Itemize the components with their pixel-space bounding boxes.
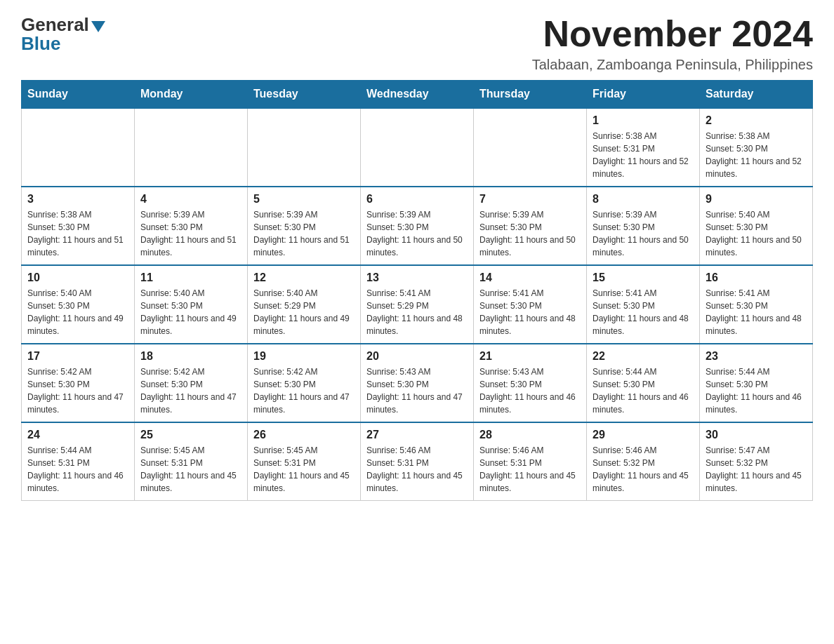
day-number: 14 bbox=[479, 271, 581, 284]
month-year-title: November 2024 bbox=[532, 14, 813, 54]
day-sun-info: Sunrise: 5:39 AM Sunset: 5:30 PM Dayligh… bbox=[140, 208, 241, 259]
calendar-table: SundayMondayTuesdayWednesdayThursdayFrid… bbox=[21, 80, 813, 501]
calendar-cell: 20Sunrise: 5:43 AM Sunset: 5:30 PM Dayli… bbox=[361, 344, 474, 422]
day-number: 20 bbox=[366, 350, 468, 363]
day-number: 13 bbox=[366, 271, 468, 284]
calendar-cell: 5Sunrise: 5:39 AM Sunset: 5:30 PM Daylig… bbox=[248, 187, 361, 265]
day-sun-info: Sunrise: 5:42 AM Sunset: 5:30 PM Dayligh… bbox=[140, 365, 241, 416]
calendar-cell: 16Sunrise: 5:41 AM Sunset: 5:30 PM Dayli… bbox=[700, 265, 813, 344]
calendar-cell: 6Sunrise: 5:39 AM Sunset: 5:30 PM Daylig… bbox=[361, 187, 474, 265]
day-sun-info: Sunrise: 5:42 AM Sunset: 5:30 PM Dayligh… bbox=[253, 365, 355, 416]
calendar-cell: 21Sunrise: 5:43 AM Sunset: 5:30 PM Dayli… bbox=[474, 344, 587, 422]
calendar-cell: 11Sunrise: 5:40 AM Sunset: 5:30 PM Dayli… bbox=[135, 265, 248, 344]
day-number: 29 bbox=[593, 429, 694, 441]
day-number: 19 bbox=[253, 350, 355, 363]
day-sun-info: Sunrise: 5:44 AM Sunset: 5:30 PM Dayligh… bbox=[593, 365, 694, 416]
logo-blue-text: Blue bbox=[21, 33, 60, 55]
calendar-cell: 26Sunrise: 5:45 AM Sunset: 5:31 PM Dayli… bbox=[248, 422, 361, 501]
day-of-week-header-monday: Monday bbox=[135, 81, 248, 109]
calendar-cell: 19Sunrise: 5:42 AM Sunset: 5:30 PM Dayli… bbox=[248, 344, 361, 422]
day-sun-info: Sunrise: 5:41 AM Sunset: 5:30 PM Dayligh… bbox=[593, 287, 694, 337]
calendar-cell: 24Sunrise: 5:44 AM Sunset: 5:31 PM Dayli… bbox=[22, 422, 135, 501]
day-sun-info: Sunrise: 5:40 AM Sunset: 5:30 PM Dayligh… bbox=[140, 287, 241, 337]
day-sun-info: Sunrise: 5:47 AM Sunset: 5:32 PM Dayligh… bbox=[706, 444, 807, 495]
day-number: 9 bbox=[706, 193, 807, 206]
day-number: 2 bbox=[706, 114, 807, 127]
day-sun-info: Sunrise: 5:44 AM Sunset: 5:30 PM Dayligh… bbox=[706, 365, 807, 416]
day-sun-info: Sunrise: 5:40 AM Sunset: 5:29 PM Dayligh… bbox=[253, 287, 355, 337]
day-number: 27 bbox=[366, 429, 468, 441]
day-number: 17 bbox=[27, 350, 128, 363]
calendar-cell: 9Sunrise: 5:40 AM Sunset: 5:30 PM Daylig… bbox=[700, 187, 813, 265]
calendar-cell bbox=[361, 108, 474, 187]
day-sun-info: Sunrise: 5:46 AM Sunset: 5:31 PM Dayligh… bbox=[479, 444, 581, 495]
day-sun-info: Sunrise: 5:45 AM Sunset: 5:31 PM Dayligh… bbox=[140, 444, 241, 495]
calendar-week-row: 1Sunrise: 5:38 AM Sunset: 5:31 PM Daylig… bbox=[22, 108, 813, 187]
day-number: 8 bbox=[593, 193, 694, 206]
day-of-week-header-sunday: Sunday bbox=[22, 81, 135, 109]
day-sun-info: Sunrise: 5:44 AM Sunset: 5:31 PM Dayligh… bbox=[27, 444, 128, 495]
logo: General Blue bbox=[21, 14, 105, 55]
calendar-cell: 29Sunrise: 5:46 AM Sunset: 5:32 PM Dayli… bbox=[587, 422, 700, 501]
day-number: 6 bbox=[366, 193, 468, 206]
calendar-cell: 3Sunrise: 5:38 AM Sunset: 5:30 PM Daylig… bbox=[22, 187, 135, 265]
day-sun-info: Sunrise: 5:38 AM Sunset: 5:31 PM Dayligh… bbox=[593, 130, 694, 180]
day-sun-info: Sunrise: 5:46 AM Sunset: 5:32 PM Dayligh… bbox=[593, 444, 694, 495]
day-sun-info: Sunrise: 5:39 AM Sunset: 5:30 PM Dayligh… bbox=[593, 208, 694, 259]
day-number: 26 bbox=[253, 429, 355, 441]
calendar-header-row: SundayMondayTuesdayWednesdayThursdayFrid… bbox=[22, 81, 813, 109]
calendar-cell: 14Sunrise: 5:41 AM Sunset: 5:30 PM Dayli… bbox=[474, 265, 587, 344]
calendar-cell: 25Sunrise: 5:45 AM Sunset: 5:31 PM Dayli… bbox=[135, 422, 248, 501]
day-number: 16 bbox=[706, 271, 807, 284]
day-of-week-header-friday: Friday bbox=[587, 81, 700, 109]
calendar-cell bbox=[474, 108, 587, 187]
calendar-cell: 30Sunrise: 5:47 AM Sunset: 5:32 PM Dayli… bbox=[700, 422, 813, 501]
logo-arrow-icon bbox=[91, 21, 105, 32]
calendar-week-row: 10Sunrise: 5:40 AM Sunset: 5:30 PM Dayli… bbox=[22, 265, 813, 344]
day-number: 15 bbox=[593, 271, 694, 284]
page-header: General Blue November 2024 Talabaan, Zam… bbox=[21, 14, 813, 73]
day-sun-info: Sunrise: 5:46 AM Sunset: 5:31 PM Dayligh… bbox=[366, 444, 468, 495]
day-number: 25 bbox=[140, 429, 241, 441]
day-number: 1 bbox=[593, 114, 694, 127]
calendar-cell: 12Sunrise: 5:40 AM Sunset: 5:29 PM Dayli… bbox=[248, 265, 361, 344]
day-number: 28 bbox=[479, 429, 581, 441]
calendar-cell: 15Sunrise: 5:41 AM Sunset: 5:30 PM Dayli… bbox=[587, 265, 700, 344]
title-block: November 2024 Talabaan, Zamboanga Penins… bbox=[532, 14, 813, 73]
day-number: 30 bbox=[706, 429, 807, 441]
calendar-cell: 4Sunrise: 5:39 AM Sunset: 5:30 PM Daylig… bbox=[135, 187, 248, 265]
day-sun-info: Sunrise: 5:43 AM Sunset: 5:30 PM Dayligh… bbox=[366, 365, 468, 416]
calendar-cell: 13Sunrise: 5:41 AM Sunset: 5:29 PM Dayli… bbox=[361, 265, 474, 344]
day-sun-info: Sunrise: 5:42 AM Sunset: 5:30 PM Dayligh… bbox=[27, 365, 128, 416]
day-number: 4 bbox=[140, 193, 241, 206]
calendar-week-row: 3Sunrise: 5:38 AM Sunset: 5:30 PM Daylig… bbox=[22, 187, 813, 265]
day-sun-info: Sunrise: 5:41 AM Sunset: 5:30 PM Dayligh… bbox=[706, 287, 807, 337]
location-subtitle: Talabaan, Zamboanga Peninsula, Philippin… bbox=[532, 57, 813, 73]
day-number: 12 bbox=[253, 271, 355, 284]
calendar-cell bbox=[248, 108, 361, 187]
day-sun-info: Sunrise: 5:38 AM Sunset: 5:30 PM Dayligh… bbox=[706, 130, 807, 180]
calendar-cell: 2Sunrise: 5:38 AM Sunset: 5:30 PM Daylig… bbox=[700, 108, 813, 187]
calendar-cell: 10Sunrise: 5:40 AM Sunset: 5:30 PM Dayli… bbox=[22, 265, 135, 344]
day-number: 11 bbox=[140, 271, 241, 284]
day-sun-info: Sunrise: 5:43 AM Sunset: 5:30 PM Dayligh… bbox=[479, 365, 581, 416]
calendar-cell: 27Sunrise: 5:46 AM Sunset: 5:31 PM Dayli… bbox=[361, 422, 474, 501]
calendar-cell: 7Sunrise: 5:39 AM Sunset: 5:30 PM Daylig… bbox=[474, 187, 587, 265]
day-number: 24 bbox=[27, 429, 128, 441]
day-of-week-header-wednesday: Wednesday bbox=[361, 81, 474, 109]
day-number: 3 bbox=[27, 193, 128, 206]
day-of-week-header-saturday: Saturday bbox=[700, 81, 813, 109]
calendar-cell: 23Sunrise: 5:44 AM Sunset: 5:30 PM Dayli… bbox=[700, 344, 813, 422]
day-sun-info: Sunrise: 5:39 AM Sunset: 5:30 PM Dayligh… bbox=[479, 208, 581, 259]
day-of-week-header-tuesday: Tuesday bbox=[248, 81, 361, 109]
day-sun-info: Sunrise: 5:40 AM Sunset: 5:30 PM Dayligh… bbox=[706, 208, 807, 259]
calendar-week-row: 17Sunrise: 5:42 AM Sunset: 5:30 PM Dayli… bbox=[22, 344, 813, 422]
calendar-cell: 17Sunrise: 5:42 AM Sunset: 5:30 PM Dayli… bbox=[22, 344, 135, 422]
calendar-cell: 28Sunrise: 5:46 AM Sunset: 5:31 PM Dayli… bbox=[474, 422, 587, 501]
day-sun-info: Sunrise: 5:39 AM Sunset: 5:30 PM Dayligh… bbox=[366, 208, 468, 259]
day-sun-info: Sunrise: 5:38 AM Sunset: 5:30 PM Dayligh… bbox=[27, 208, 128, 259]
day-number: 5 bbox=[253, 193, 355, 206]
day-sun-info: Sunrise: 5:39 AM Sunset: 5:30 PM Dayligh… bbox=[253, 208, 355, 259]
day-sun-info: Sunrise: 5:45 AM Sunset: 5:31 PM Dayligh… bbox=[253, 444, 355, 495]
day-number: 18 bbox=[140, 350, 241, 363]
